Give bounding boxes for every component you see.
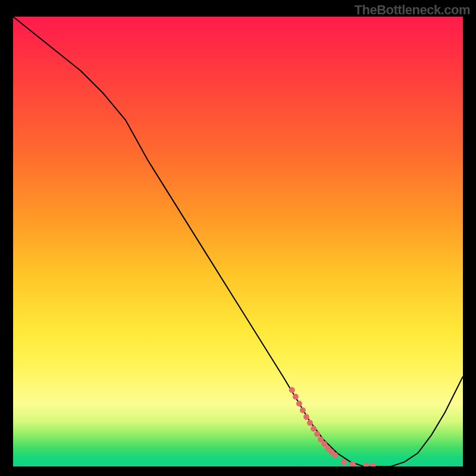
chart-container: TheBottleneck.com: [0, 0, 476, 476]
highlight-dot: [314, 431, 320, 437]
dots-layer: [13, 17, 463, 466]
highlight-dot: [363, 463, 369, 466]
highlight-dot: [300, 408, 306, 414]
highlight-dots: [289, 387, 376, 466]
highlight-dot: [307, 420, 313, 426]
plot-frame: [12, 15, 464, 468]
highlight-dot: [296, 400, 302, 406]
highlight-dot: [332, 452, 338, 458]
highlight-dot: [293, 394, 299, 400]
highlight-dot: [350, 461, 356, 466]
highlight-dot: [341, 459, 347, 465]
highlight-dot: [311, 426, 317, 432]
watermark-text: TheBottleneck.com: [355, 2, 470, 18]
highlight-dot: [370, 463, 376, 466]
highlight-dot: [289, 387, 295, 393]
highlight-dot: [303, 414, 309, 420]
